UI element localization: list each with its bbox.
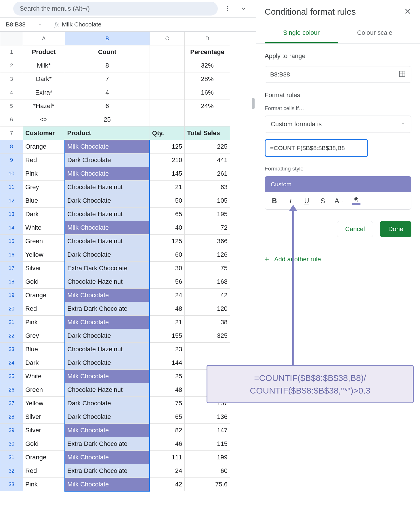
cell[interactable]: Chocolate Hazelnut <box>65 208 150 221</box>
expand-toolbar-icon[interactable] <box>237 2 250 15</box>
scrollbar[interactable] <box>252 98 255 109</box>
cell[interactable]: 32% <box>185 59 230 72</box>
cell[interactable]: Yellow <box>23 397 65 410</box>
cell[interactable]: Gold <box>23 275 65 289</box>
cell[interactable]: Dark <box>23 208 65 221</box>
row-header[interactable]: 26 <box>0 383 23 397</box>
row-header[interactable]: 19 <box>0 289 23 302</box>
cell[interactable]: Milk Chocolate <box>65 316 150 329</box>
cell[interactable]: 42 <box>185 289 230 302</box>
row-header[interactable]: 8 <box>0 140 23 154</box>
cell[interactable]: 60 <box>150 248 184 262</box>
row-header[interactable]: 28 <box>0 410 23 424</box>
cell[interactable]: Orange <box>23 451 65 464</box>
cell[interactable] <box>150 59 184 72</box>
cell[interactable]: 82 <box>150 424 184 437</box>
cell[interactable]: 126 <box>185 248 230 262</box>
cell[interactable]: 28% <box>185 72 230 86</box>
formula-input[interactable]: =COUNTIF($B$8:$B$38,B8 <box>265 139 368 157</box>
cell[interactable]: Percentage <box>185 45 230 59</box>
cell[interactable]: Milk Chocolate <box>65 221 150 235</box>
cell[interactable]: 225 <box>185 140 230 154</box>
row-header[interactable]: 2 <box>0 59 23 72</box>
cell[interactable]: 60 <box>185 464 230 478</box>
add-rule-button[interactable]: + Add another rule <box>256 246 420 272</box>
cell[interactable]: Total Sales <box>185 126 230 140</box>
cell[interactable]: 168 <box>185 275 230 289</box>
cell[interactable] <box>150 86 184 99</box>
cell[interactable]: 195 <box>185 208 230 221</box>
row-header[interactable]: 3 <box>0 72 23 86</box>
row-header[interactable]: 13 <box>0 208 23 221</box>
col-header-B[interactable]: B <box>65 32 150 45</box>
cell[interactable]: Count <box>65 45 150 59</box>
cell[interactable]: 75.6 <box>185 478 230 491</box>
cell[interactable]: Dark Chocolate <box>65 194 150 208</box>
cell[interactable]: 30 <box>150 262 184 275</box>
cell[interactable]: Milk Chocolate <box>65 370 150 383</box>
row-header[interactable]: 20 <box>0 302 23 316</box>
cell[interactable]: Red <box>23 464 65 478</box>
cell[interactable]: Chocolate Hazelnut <box>65 275 150 289</box>
cell[interactable]: Milk Chocolate <box>65 140 150 154</box>
formula-bar[interactable]: Milk Chocolate <box>62 21 102 28</box>
cell[interactable]: 441 <box>185 154 230 167</box>
cell[interactable]: 75 <box>185 262 230 275</box>
row-header[interactable]: 17 <box>0 262 23 275</box>
cell[interactable]: Dark* <box>23 72 65 86</box>
cell[interactable]: Extra Dark Chocolate <box>65 262 150 275</box>
row-header[interactable]: 21 <box>0 316 23 329</box>
cell[interactable]: 125 <box>150 140 184 154</box>
cell[interactable]: Chocolate Hazelnut <box>65 181 150 194</box>
name-box[interactable]: B8:B38 <box>0 21 46 28</box>
cell[interactable]: Milk Chocolate <box>65 424 150 437</box>
cell[interactable]: Red <box>23 154 65 167</box>
cell[interactable]: Extra* <box>23 86 65 99</box>
cell[interactable]: Chocolate Hazelnut <box>65 235 150 248</box>
cell[interactable]: Green <box>23 235 65 248</box>
cell[interactable]: Pink <box>23 478 65 491</box>
cell[interactable]: 145 <box>150 167 184 181</box>
cell[interactable]: 6 <box>65 99 150 113</box>
cell[interactable]: 105 <box>185 194 230 208</box>
cell[interactable]: 38 <box>185 316 230 329</box>
cell[interactable]: 8 <box>65 59 150 72</box>
cell[interactable]: Product <box>65 126 150 140</box>
select-range-icon[interactable] <box>398 70 406 79</box>
cell[interactable]: 325 <box>185 329 230 343</box>
cell[interactable]: Green <box>23 383 65 397</box>
menu-search[interactable]: Search the menus (Alt+/) <box>13 2 218 16</box>
cell[interactable]: 65 <box>150 208 184 221</box>
row-header[interactable]: 16 <box>0 248 23 262</box>
strikethrough-button[interactable]: S <box>318 197 327 205</box>
cell[interactable]: Extra Dark Chocolate <box>65 302 150 316</box>
cell[interactable]: 21 <box>150 181 184 194</box>
cell[interactable]: 75 <box>150 397 184 410</box>
cell[interactable]: Orange <box>23 289 65 302</box>
cell[interactable]: 366 <box>185 235 230 248</box>
cell[interactable]: 56 <box>150 275 184 289</box>
cell[interactable]: 136 <box>185 410 230 424</box>
cell[interactable]: Yellow <box>23 248 65 262</box>
cell[interactable]: Dark Chocolate <box>65 329 150 343</box>
cell[interactable]: Orange <box>23 140 65 154</box>
row-header[interactable]: 27 <box>0 397 23 410</box>
spreadsheet-grid[interactable]: ABCD1ProductCountPercentage2Milk*832%3Da… <box>0 32 256 514</box>
cell[interactable]: 72 <box>185 221 230 235</box>
row-header[interactable]: 18 <box>0 275 23 289</box>
cell[interactable]: Product <box>23 45 65 59</box>
cell[interactable]: 24 <box>150 464 184 478</box>
cell[interactable]: Dark <box>23 356 65 370</box>
kebab-menu-icon[interactable] <box>221 2 234 15</box>
row-header[interactable]: 30 <box>0 437 23 451</box>
cell[interactable]: Dark Chocolate <box>65 356 150 370</box>
cell[interactable]: 48 <box>150 383 184 397</box>
cell[interactable]: 111 <box>150 451 184 464</box>
row-header[interactable]: 32 <box>0 464 23 478</box>
cell[interactable] <box>150 99 184 113</box>
cell[interactable]: 120 <box>185 302 230 316</box>
row-header[interactable]: 1 <box>0 45 23 59</box>
cell[interactable]: 50 <box>150 194 184 208</box>
cell[interactable]: 7 <box>65 72 150 86</box>
row-header[interactable]: 6 <box>0 113 23 126</box>
